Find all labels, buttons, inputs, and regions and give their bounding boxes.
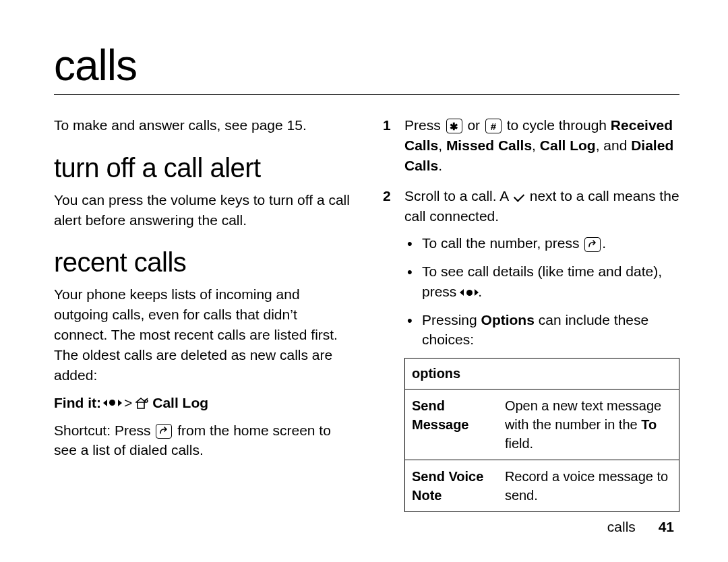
opt-desc: Open a new text message with the number …: [498, 389, 679, 460]
opt-name: Send Message: [405, 389, 498, 460]
step1-b: to cycle through: [507, 117, 607, 133]
divider: [54, 94, 679, 95]
intro-text: To make and answer calls, see page 15.: [54, 115, 351, 135]
check-icon: [512, 191, 526, 204]
step1-dialed: Dialed Calls: [404, 137, 673, 173]
options-header: options: [405, 358, 679, 389]
step2-a: Scroll to a call. A: [404, 188, 508, 204]
star-key-icon: ✱: [446, 119, 462, 133]
table-row: Send Message Open a new text message wit…: [405, 389, 679, 460]
step-number: 2: [383, 186, 395, 511]
shortcut-label: Shortcut:: [54, 423, 111, 438]
two-column-layout: To make and answer calls, see page 15. t…: [54, 115, 679, 523]
sub2-a: To see call details (like time and date)…: [422, 263, 662, 299]
step1-or: or: [467, 117, 480, 133]
find-it-line: Find it: > Call Log: [54, 395, 351, 411]
sub-item-call: To call the number, press .: [404, 233, 679, 253]
sub-item-details: To see call details (like time and date)…: [404, 261, 679, 302]
step-number: 1: [383, 115, 395, 175]
footer-section: calls: [607, 519, 636, 534]
shortcut-line: Shortcut: Press from the home screen to …: [54, 420, 351, 461]
sub-list: To call the number, press . To see call …: [404, 233, 679, 350]
steps-list: 1 Press ✱ or # to cycle through Received…: [383, 115, 679, 512]
send-key-icon: [584, 237, 601, 252]
step1-and: , and: [596, 137, 628, 153]
chapter-title: calls: [54, 40, 679, 90]
opt-desc-a: Record a voice message to send.: [505, 469, 668, 503]
recent-body: Your phone keeps lists of incoming and o…: [54, 284, 351, 385]
heading-turn-off-alert: turn off a call alert: [54, 153, 351, 183]
opt-name: Send Voice Note: [405, 460, 498, 511]
tools-icon: [135, 396, 150, 410]
manual-page: calls To make and answer calls, see page…: [0, 0, 728, 550]
opt-desc: Record a voice message to send.: [498, 460, 679, 511]
sub1-a: To call the number, press: [422, 235, 579, 251]
gt-symbol: >: [124, 395, 132, 411]
hash-key-icon: #: [485, 119, 502, 133]
alert-body: You can press the volume keys to turn of…: [54, 190, 351, 230]
left-column: To make and answer calls, see page 15. t…: [54, 115, 351, 523]
sub-item-options: Pressing Options can include these choic…: [404, 310, 679, 350]
sub3-options: Options: [481, 312, 535, 327]
step-1: 1 Press ✱ or # to cycle through Received…: [383, 115, 679, 175]
page-footer: calls 41: [607, 519, 674, 535]
find-it-label: Find it:: [54, 395, 101, 411]
opt-desc-a: Open a new text message with the number …: [505, 398, 661, 432]
find-it-calllog: Call Log: [152, 395, 208, 411]
step1-calllog: Call Log: [540, 137, 596, 153]
sub3-a: Pressing: [422, 312, 477, 327]
step-2: 2 Scroll to a call. A next to a call mea…: [383, 186, 679, 511]
heading-recent-calls: recent calls: [54, 247, 351, 278]
table-header-row: options: [405, 358, 679, 389]
nav-center-icon: [460, 285, 478, 300]
table-row: Send Voice Note Record a voice message t…: [405, 460, 679, 511]
send-key-icon: [156, 424, 172, 439]
nav-center-icon: [104, 396, 121, 410]
options-table: options Send Message Open a new text mes…: [404, 358, 679, 511]
opt-desc-c: field.: [505, 436, 533, 451]
step1-a: Press: [404, 117, 441, 133]
right-column: 1 Press ✱ or # to cycle through Received…: [383, 115, 679, 523]
opt-desc-b: To: [641, 417, 657, 432]
step1-missed: Missed Calls: [446, 137, 532, 153]
page-number: 41: [659, 519, 674, 534]
shortcut-a: Press: [115, 423, 151, 438]
